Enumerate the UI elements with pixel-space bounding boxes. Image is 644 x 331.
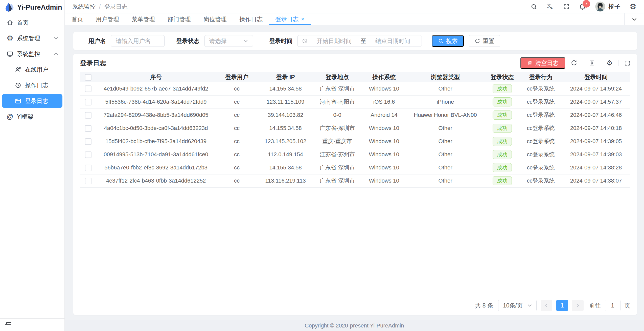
cell-browser: iPhone [406,95,485,108]
table-row[interactable]: 72afa294-8209-438e-8bb5-3a14dd690d05 cc … [80,108,630,122]
app-logo-row[interactable]: Yi-PureAdmin [0,0,64,15]
cell-time: 2024-09-07 14:46:46 [562,108,630,122]
tab-operation-logs[interactable]: 操作日志 [233,13,269,25]
tab-home[interactable]: 首页 [65,13,89,25]
sidebar: Yi-PureAdmin 首页 ⚙ 系统管理 系统监控 在线用户 操作日志 登录… [0,0,65,331]
table-row[interactable]: 4e37ff12-2fc4-b463-0fbb-3a14dd612252 cc … [80,174,630,187]
sidebar-item-login-logs[interactable]: 登录日志 [2,94,62,108]
table-row[interactable]: 15d5f402-bc1b-cfbe-7f95-3a14dd620439 cc … [80,135,630,148]
column-settings-gear-icon[interactable]: ⚙ [607,60,613,67]
refresh-table-icon[interactable] [571,60,577,66]
cell-time: 2024-09-07 14:38:07 [562,174,630,187]
reset-button[interactable]: 重置 [469,35,500,47]
tab-close-icon[interactable]: × [301,16,304,23]
at-icon: @ [7,113,13,120]
tab-user-management[interactable]: 用户管理 [89,13,125,25]
status-badge: 成功 [493,111,512,120]
cell-browser: Huawei Honor BVL-AN00 [406,108,485,122]
row-checkbox[interactable] [85,138,91,145]
goto-page-input[interactable] [605,300,620,311]
notification-badge: 7 [583,0,590,8]
table-row[interactable]: 4e1d0549-b092-657b-aec7-3a14dd749fd2 cc … [80,82,630,95]
cell-user: cc [215,148,258,161]
tab-label: 菜单管理 [132,15,155,23]
sidebar-item-system-monitor[interactable]: 系统监控 [0,46,64,62]
table-toolbar: 清空日志 ⚙ [520,57,630,69]
notification-bell-icon[interactable]: 7 [579,3,586,10]
sidebar-item-label: 首页 [17,19,29,27]
row-checkbox[interactable] [85,151,91,158]
cell-ip: 123.11.115.109 [258,95,313,108]
chevron-down-icon [53,35,59,41]
start-date-placeholder[interactable]: 开始日期时间 [309,37,359,45]
collapse-sidebar-icon[interactable] [5,321,12,328]
breadcrumb-separator: / [99,3,101,10]
table-row[interactable]: 56b6a7e0-fbb2-ef8c-3692-3a14dd6172b3 cc … [80,161,630,174]
login-log-card: 登录日志 清空日志 ⚙ [73,54,637,315]
breadcrumb-current: 登录日志 [104,3,127,11]
breadcrumb-parent[interactable]: 系统监控 [72,3,96,11]
search-icon[interactable] [531,3,537,10]
cell-user: cc [215,108,258,122]
next-page-button[interactable] [572,300,584,311]
login-time-range-picker[interactable]: 开始日期时间 至 结束日期时间 [297,35,422,47]
page-content: 用户名 登录状态 请选择 登录时间 开始日期时间 至 结束日期时间 搜索 [65,25,644,315]
translate-icon[interactable] [546,3,554,10]
tab-dept-management[interactable]: 部门管理 [161,13,197,25]
login-status-placeholder: 请选择 [209,37,227,45]
sidebar-item-operation-logs[interactable]: 操作日志 [0,77,64,93]
sidebar-item-online-users[interactable]: 在线用户 [0,62,64,77]
select-all-checkbox[interactable] [85,74,91,81]
cell-seq: 4e1d0549-b092-657b-aec7-3a14dd749fd2 [97,82,215,95]
tab-label: 部门管理 [168,15,191,23]
status-badge: 成功 [493,150,512,159]
table-row[interactable]: 00914995-513b-7104-da91-3a14dd61fce0 cc … [80,148,630,161]
page-size-select[interactable]: 10条/页 [498,300,537,311]
row-checkbox[interactable] [85,125,91,132]
clear-logs-button[interactable]: 清空日志 [520,57,565,69]
username-input[interactable] [111,35,165,47]
user-menu[interactable]: 橙子 [595,2,620,12]
settings-gear-icon[interactable]: ⚙ [630,3,636,10]
tab-post-management[interactable]: 岗位管理 [197,13,233,25]
cell-ip: 113.116.219.113 [258,174,313,187]
table-fullscreen-icon[interactable] [624,60,630,66]
cell-os: iOS 16.6 [362,95,406,108]
sidebar-item-system-management[interactable]: ⚙ 系统管理 [0,30,64,46]
tab-login-logs[interactable]: 登录日志 × [269,13,311,25]
row-density-icon[interactable] [589,60,595,66]
row-checkbox[interactable] [85,99,91,105]
tab-options-chevron-down-icon[interactable] [624,13,644,25]
row-checkbox[interactable] [85,178,91,184]
search-button[interactable]: 搜索 [432,35,464,47]
end-date-placeholder[interactable]: 结束日期时间 [368,37,418,45]
tab-label: 首页 [72,15,83,23]
prev-page-button[interactable] [541,300,552,311]
table-row[interactable]: 4a04c1bc-0d50-3bde-ca0f-3a14dd63223d cc … [80,122,630,135]
table-row[interactable]: 5ff5536c-738b-4d14-620a-3a14dd72fdd9 cc … [80,95,630,108]
cell-location: 江苏省-苏州市 [313,148,362,161]
cell-user: cc [215,82,258,95]
sidebar-menu: 首页 ⚙ 系统管理 系统监控 在线用户 操作日志 登录日志 @ Yi框架 [0,15,64,318]
login-status-select[interactable]: 请选择 [204,35,253,47]
row-checkbox[interactable] [85,85,91,92]
cell-os: Windows 10 [362,135,406,148]
column-header-os: 操作系统 [362,72,406,82]
sidebar-item-home[interactable]: 首页 [0,15,64,30]
filter-bar: 用户名 登录状态 请选择 登录时间 开始日期时间 至 结束日期时间 搜索 [73,32,637,50]
cell-user: cc [215,161,258,174]
refresh-icon [475,38,480,44]
tab-menu-management[interactable]: 菜单管理 [125,13,161,25]
cell-location: 河南省-南阳市 [313,95,362,108]
sidebar-item-yi-framework[interactable]: @ Yi框架 [0,109,64,124]
cell-seq: 4a04c1bc-0d50-3bde-ca0f-3a14dd63223d [97,122,215,135]
page-number-1[interactable]: 1 [556,300,568,311]
row-checkbox[interactable] [85,165,91,171]
cell-browser: Other [406,82,485,95]
app-logo-icon [4,2,15,13]
topbar-actions: 7 橙子 ⚙ [531,2,636,12]
clock-icon [302,38,308,44]
cell-os: Windows 10 [362,148,406,161]
row-checkbox[interactable] [85,112,91,119]
fullscreen-icon[interactable] [563,3,570,10]
